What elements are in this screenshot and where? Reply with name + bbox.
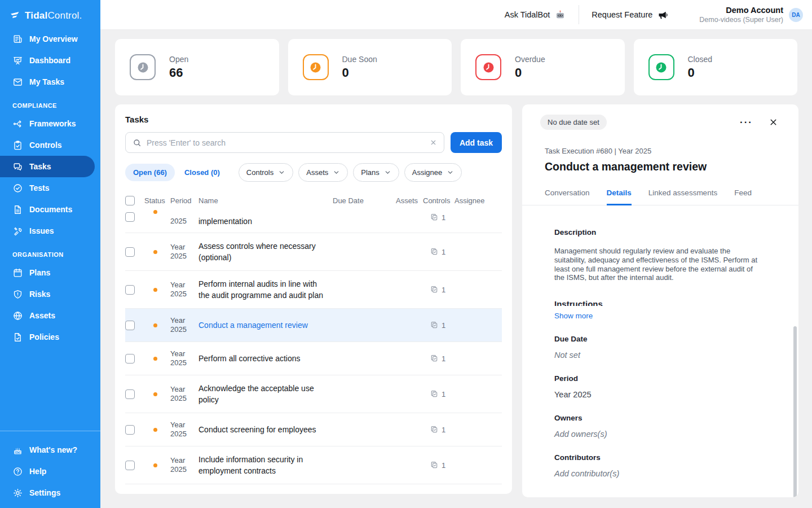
stat-label: Closed	[688, 55, 713, 64]
sidebar-item-assets[interactable]: Assets	[0, 305, 95, 326]
sidebar: TidalControl. My Overview Dashboard My T…	[0, 0, 100, 508]
row-checkbox[interactable]	[125, 461, 135, 470]
filter-open[interactable]: Open (66)	[125, 164, 175, 181]
field-value[interactable]: Add owners(s)	[554, 430, 764, 439]
detail-field-owners: Owners Add owners(s)	[554, 414, 764, 439]
table-row-implementation[interactable]: Year 2025 implementation 1	[125, 210, 502, 233]
tab-conversation[interactable]: Conversation	[545, 189, 590, 205]
table-row-perform-internal-audits-in-line-with-the-audit-programme-and-audit-plan[interactable]: Year 2025 Perform internal audits in lin…	[125, 271, 502, 309]
sidebar-item-tasks[interactable]: Tasks	[0, 156, 95, 177]
row-controls: 1	[430, 213, 454, 222]
field-label: Due Date	[554, 335, 764, 343]
search-input[interactable]	[147, 138, 425, 147]
row-checkbox[interactable]	[125, 247, 135, 257]
row-name[interactable]: Perform internal audits in line with the…	[198, 278, 333, 301]
search-box[interactable]	[125, 132, 444, 153]
ask-tidalbot-button[interactable]: Ask TidalBot	[505, 9, 567, 21]
detail-scrollbar[interactable]	[793, 326, 797, 494]
row-checkbox[interactable]	[125, 212, 135, 222]
select-all-checkbox[interactable]	[125, 196, 135, 205]
request-feature-button[interactable]: Request Feature	[592, 9, 669, 21]
row-name[interactable]: Acknowledge the acceptable use policy	[198, 383, 333, 405]
row-name[interactable]: Assess controls where necessary (optiona…	[198, 240, 333, 263]
sidebar-item-label: Plans	[29, 268, 50, 277]
tasks-panel: Tasks Add task Open (66) Closed (0) Cont…	[115, 104, 512, 494]
filter-dropdown-assets[interactable]: Assets	[298, 163, 348, 182]
row-checkbox[interactable]	[125, 389, 135, 399]
more-menu-icon[interactable]: ···	[740, 117, 753, 128]
controls-count: 1	[442, 390, 445, 398]
brand-logo[interactable]: TidalControl.	[0, 0, 100, 28]
row-name[interactable]: Conduct screening for employees	[198, 424, 333, 435]
row-checkbox[interactable]	[125, 285, 135, 295]
nav-icon	[12, 55, 23, 66]
controls-count: 1	[442, 321, 445, 330]
sidebar-item-frameworks[interactable]: Frameworks	[0, 113, 95, 134]
filter-dropdown-plans[interactable]: Plans	[353, 163, 399, 182]
sidebar-item-what-s-new[interactable]: What's new?	[0, 439, 95, 461]
table-row-acknowledge-the-acceptable-use-policy[interactable]: Year 2025 Acknowledge the acceptable use…	[125, 375, 502, 413]
sidebar-item-settings[interactable]: Settings	[0, 482, 95, 503]
chevron-down-icon	[278, 169, 285, 176]
brand-name: TidalControl.	[25, 10, 82, 21]
table-row-conduct-a-management-review[interactable]: Year 2025 Conduct a management review 1	[125, 309, 502, 342]
row-name[interactable]: Include information security in employme…	[198, 454, 333, 476]
row-name[interactable]: Perform all corrective actions	[198, 353, 333, 364]
stat-card-open[interactable]: Open 66	[115, 39, 279, 95]
nav-icon	[12, 445, 23, 456]
chevron-down-icon	[447, 169, 454, 176]
add-task-button[interactable]: Add task	[451, 132, 502, 153]
stat-icon-box	[475, 54, 501, 80]
sidebar-item-issues[interactable]: Issues	[0, 220, 95, 242]
row-controls: 1	[430, 461, 454, 470]
app-window: TidalControl. My Overview Dashboard My T…	[0, 0, 812, 508]
stat-icon-box	[130, 54, 156, 80]
sidebar-item-help[interactable]: Help	[0, 461, 95, 482]
scrollbar-thumb[interactable]	[793, 326, 797, 497]
close-icon[interactable]	[769, 117, 778, 127]
sidebar-item-tests[interactable]: Tests	[0, 177, 95, 199]
sidebar-item-label: Policies	[29, 332, 59, 341]
stat-card-overdue[interactable]: Overdue 0	[461, 39, 625, 95]
request-feature-label: Request Feature	[592, 10, 652, 19]
table-row-conduct-screening-for-employees[interactable]: Year 2025 Conduct screening for employee…	[125, 413, 502, 446]
row-name[interactable]: Conduct a management review	[198, 319, 333, 331]
sidebar-footer: What's new? Help Settings	[0, 431, 100, 508]
field-value[interactable]: Year 2025	[554, 390, 764, 399]
show-more-link[interactable]: Show more	[554, 312, 764, 320]
field-value[interactable]: Add contributor(s)	[554, 469, 764, 478]
sidebar-item-controls[interactable]: Controls	[0, 134, 95, 156]
table-row-include-information-security-in-employment-contracts[interactable]: Year 2025 Include information security i…	[125, 446, 502, 484]
sidebar-item-dashboard[interactable]: Dashboard	[0, 50, 95, 71]
avatar[interactable]: DA	[789, 8, 803, 22]
sidebar-item-documents[interactable]: Documents	[0, 199, 95, 220]
tab-feed[interactable]: Feed	[734, 189, 752, 205]
account-info[interactable]: Demo Account Demo-videos (Super User)	[699, 6, 783, 24]
stat-value: 0	[342, 65, 377, 80]
row-checkbox[interactable]	[125, 354, 135, 364]
sidebar-item-risks[interactable]: Risks	[0, 283, 95, 305]
filter-closed[interactable]: Closed (0)	[180, 164, 224, 181]
row-checkbox[interactable]	[125, 425, 135, 435]
sidebar-item-plans[interactable]: Plans	[0, 262, 95, 283]
sidebar-divider	[0, 431, 100, 431]
stat-card-closed[interactable]: Closed 0	[634, 39, 798, 95]
column-header-due-date: Due Date	[333, 196, 396, 205]
row-name[interactable]: implementation	[198, 216, 333, 227]
clear-search-icon[interactable]	[430, 139, 437, 146]
filter-dropdown-assignee[interactable]: Assignee	[404, 163, 462, 182]
filter-dropdown-controls[interactable]: Controls	[239, 163, 293, 182]
controls-count: 1	[442, 461, 445, 470]
sidebar-section-organisation: ORGANISATION	[12, 251, 100, 258]
stat-card-due-soon[interactable]: Due Soon 0	[288, 39, 452, 95]
field-value[interactable]: Not set	[554, 351, 764, 360]
sidebar-item-policies[interactable]: Policies	[0, 326, 95, 348]
instructions-label: Instructions	[554, 299, 764, 306]
tab-details[interactable]: Details	[607, 189, 632, 205]
table-row-assess-controls-where-necessary-optional[interactable]: Year 2025 Assess controls where necessar…	[125, 233, 502, 271]
table-row-perform-all-corrective-actions[interactable]: Year 2025 Perform all corrective actions…	[125, 342, 502, 375]
tab-linked-assessments[interactable]: Linked assessments	[648, 189, 717, 205]
sidebar-item-my-tasks[interactable]: My Tasks	[0, 71, 95, 93]
row-checkbox[interactable]	[125, 321, 135, 330]
sidebar-item-my-overview[interactable]: My Overview	[0, 28, 95, 50]
